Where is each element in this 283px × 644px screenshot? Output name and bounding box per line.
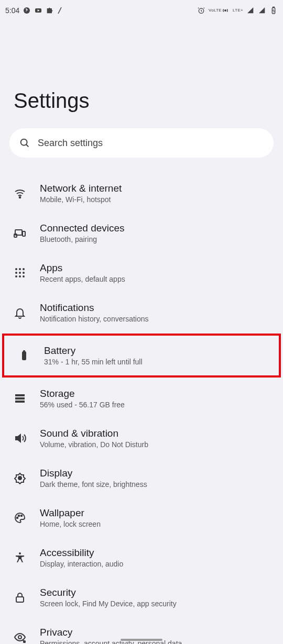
hotspot-icon xyxy=(221,6,230,15)
youtube-icon xyxy=(34,6,42,15)
search-icon xyxy=(19,137,30,149)
settings-item-storage[interactable]: Storage 56% used - 56.17 GB free xyxy=(0,379,283,418)
settings-item-wallpaper[interactable]: Wallpaper Home, lock screen xyxy=(0,498,283,538)
row-subtitle: 56% used - 56.17 GB free xyxy=(40,401,125,409)
settings-list: Network & internet Mobile, Wi-Fi, hotspo… xyxy=(0,173,283,644)
puzzle-icon xyxy=(46,6,54,15)
row-title: Network & internet xyxy=(40,183,122,194)
row-title: Display xyxy=(40,468,147,479)
nav-handle[interactable] xyxy=(121,639,162,641)
row-subtitle: Screen lock, Find My Device, app securit… xyxy=(40,599,177,608)
svg-point-7 xyxy=(21,139,27,146)
row-title: Security xyxy=(40,587,177,598)
row-title: Accessibility xyxy=(40,547,123,559)
svg-point-21 xyxy=(23,275,25,277)
svg-rect-12 xyxy=(14,234,17,237)
brightness-icon xyxy=(13,471,27,485)
storage-icon xyxy=(13,391,27,406)
svg-rect-26 xyxy=(15,401,25,403)
svg-point-19 xyxy=(15,275,17,277)
settings-item-accessibility[interactable]: Accessibility Display, interaction, audi… xyxy=(0,538,283,578)
svg-point-16 xyxy=(15,272,17,274)
svg-point-33 xyxy=(18,636,21,639)
svg-rect-32 xyxy=(16,597,24,602)
palette-icon xyxy=(13,510,27,525)
status-time: 5:04 xyxy=(5,6,19,15)
battery-charging-icon xyxy=(269,6,278,15)
svg-point-27 xyxy=(18,476,21,480)
svg-point-17 xyxy=(19,272,21,274)
battery-icon xyxy=(17,348,31,363)
svg-rect-34 xyxy=(24,641,25,642)
row-subtitle: Volume, vibration, Do Not Disturb xyxy=(40,440,148,449)
volte-indicator: VoLTE xyxy=(209,8,218,13)
row-subtitle: Mobile, Wi-Fi, hotspot xyxy=(40,195,122,204)
row-title: Wallpaper xyxy=(40,507,101,519)
settings-item-network[interactable]: Network & internet Mobile, Wi-Fi, hotspo… xyxy=(0,173,283,213)
shazam-icon xyxy=(23,6,31,15)
settings-item-devices[interactable]: Connected devices Bluetooth, pairing xyxy=(0,213,283,253)
row-subtitle: Notification history, conversations xyxy=(40,315,149,323)
svg-point-29 xyxy=(18,515,20,517)
apps-grid-icon xyxy=(13,265,27,280)
svg-point-31 xyxy=(19,552,21,554)
search-input[interactable]: Search settings xyxy=(9,128,274,158)
highlight-battery: Battery 31% - 1 hr, 55 min left until fu… xyxy=(2,334,281,377)
svg-line-8 xyxy=(26,145,28,147)
svg-rect-24 xyxy=(15,394,25,396)
svg-rect-11 xyxy=(23,231,25,236)
settings-item-battery[interactable]: Battery 31% - 1 hr, 55 min left until fu… xyxy=(4,336,276,375)
status-bar: 5:04 VoLTE LTE+ xyxy=(0,0,283,21)
row-subtitle: Home, lock screen xyxy=(40,520,101,528)
row-title: Battery xyxy=(44,345,143,357)
row-subtitle: Display, interaction, audio xyxy=(40,560,123,568)
svg-point-30 xyxy=(21,515,23,517)
svg-point-20 xyxy=(19,275,21,277)
bell-icon xyxy=(13,305,27,320)
row-title: Notifications xyxy=(40,302,149,314)
settings-item-display[interactable]: Display Dark theme, font size, brightnes… xyxy=(0,458,283,498)
status-bar-left: 5:04 xyxy=(5,6,62,15)
row-subtitle: Dark theme, font size, brightness xyxy=(40,480,147,488)
svg-point-9 xyxy=(19,197,21,198)
svg-point-13 xyxy=(15,268,17,270)
signal-icon-2 xyxy=(258,6,266,15)
lte-indicator: LTE+ xyxy=(233,8,243,13)
svg-point-18 xyxy=(23,272,25,274)
search-placeholder: Search settings xyxy=(38,138,103,149)
svg-line-2 xyxy=(58,7,61,14)
settings-item-security[interactable]: Security Screen lock, Find My Device, ap… xyxy=(0,578,283,617)
slash-icon xyxy=(57,6,62,15)
svg-rect-6 xyxy=(273,7,275,7)
svg-point-14 xyxy=(19,268,21,270)
wifi-icon xyxy=(13,186,27,201)
row-title: Apps xyxy=(40,262,125,274)
speaker-icon xyxy=(13,431,27,446)
devices-icon xyxy=(13,226,27,240)
row-title: Storage xyxy=(40,388,125,399)
privacy-eye-icon xyxy=(13,630,27,644)
settings-item-sound[interactable]: Sound & vibration Volume, vibration, Do … xyxy=(0,418,283,458)
svg-rect-25 xyxy=(15,397,25,399)
accessibility-icon xyxy=(13,550,27,565)
settings-item-notifications[interactable]: Notifications Notification history, conv… xyxy=(0,293,283,332)
lock-icon xyxy=(13,590,27,605)
signal-icon xyxy=(246,6,255,15)
status-bar-right: VoLTE LTE+ xyxy=(197,6,278,15)
svg-point-4 xyxy=(225,10,226,12)
row-subtitle: Recent apps, default apps xyxy=(40,275,125,283)
settings-item-apps[interactable]: Apps Recent apps, default apps xyxy=(0,253,283,293)
alarm-icon xyxy=(197,6,205,15)
row-subtitle: Bluetooth, pairing xyxy=(40,235,125,243)
row-title: Privacy xyxy=(40,627,182,638)
svg-rect-23 xyxy=(23,350,25,352)
svg-point-15 xyxy=(23,268,25,270)
row-title: Sound & vibration xyxy=(40,428,148,439)
svg-rect-22 xyxy=(22,351,26,360)
row-title: Connected devices xyxy=(40,223,125,234)
page-title: Settings xyxy=(0,21,283,128)
svg-point-28 xyxy=(17,517,18,519)
row-subtitle: 31% - 1 hr, 55 min left until full xyxy=(44,358,143,366)
